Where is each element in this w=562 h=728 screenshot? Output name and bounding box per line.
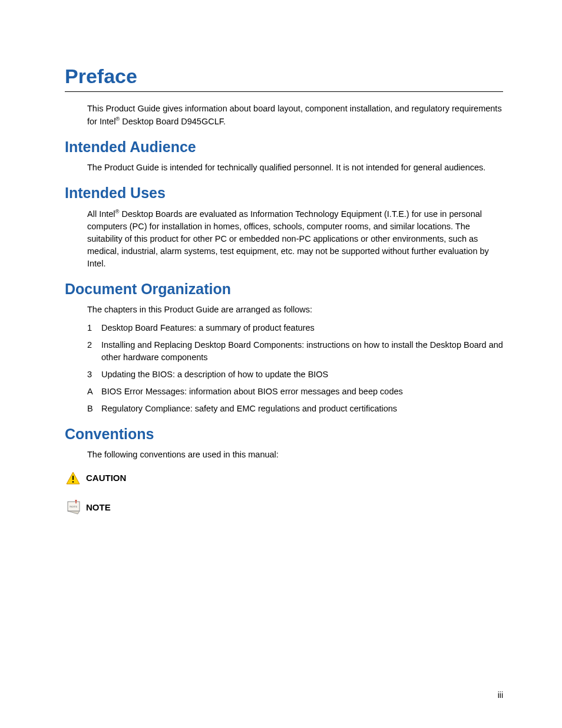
convention-caution: CAUTION bbox=[66, 472, 503, 485]
list-text: Updating the BIOS: a description of how … bbox=[101, 368, 503, 381]
list-text: BIOS Error Messages: information about B… bbox=[101, 386, 503, 398]
convention-note: NOTE NOTE bbox=[66, 500, 503, 515]
list-item: 3 Updating the BIOS: a description of ho… bbox=[87, 368, 503, 381]
section-heading-audience: Intended Audience bbox=[65, 139, 503, 156]
intro-paragraph: This Product Guide gives information abo… bbox=[87, 103, 503, 128]
list-text: Regulatory Compliance: safety and EMC re… bbox=[101, 403, 503, 415]
uses-body: All Intel® Desktop Boards are evaluated … bbox=[87, 207, 503, 270]
audience-body: The Product Guide is intended for techni… bbox=[87, 162, 503, 174]
conventions-intro: The following conventions are used in th… bbox=[87, 449, 503, 461]
chapter-list: 1 Desktop Board Features: a summary of p… bbox=[87, 322, 503, 415]
list-item: A BIOS Error Messages: information about… bbox=[87, 386, 503, 398]
document-page: Preface This Product Guide gives informa… bbox=[0, 0, 562, 515]
section-heading-conventions: Conventions bbox=[65, 426, 503, 443]
page-title: Preface bbox=[65, 65, 503, 92]
caution-label: CAUTION bbox=[86, 473, 126, 483]
list-item: 2 Installing and Replacing Desktop Board… bbox=[87, 339, 503, 364]
list-marker: B bbox=[87, 403, 101, 415]
svg-point-7 bbox=[75, 500, 77, 501]
caution-icon bbox=[66, 472, 86, 485]
list-marker: 1 bbox=[87, 322, 101, 334]
list-marker: A bbox=[87, 386, 101, 398]
svg-point-2 bbox=[72, 481, 74, 483]
organization-intro: The chapters in this Product Guide are a… bbox=[87, 304, 503, 316]
list-marker: 3 bbox=[87, 368, 101, 381]
note-icon: NOTE bbox=[66, 500, 86, 515]
note-label: NOTE bbox=[86, 502, 111, 512]
list-text: Desktop Board Features: a summary of pro… bbox=[101, 322, 503, 334]
section-heading-uses: Intended Uses bbox=[65, 185, 503, 202]
svg-text:NOTE: NOTE bbox=[70, 505, 77, 508]
list-text: Installing and Replacing Desktop Board C… bbox=[101, 339, 503, 364]
svg-marker-4 bbox=[68, 511, 80, 514]
list-item: B Regulatory Compliance: safety and EMC … bbox=[87, 403, 503, 415]
page-number: iii bbox=[498, 690, 503, 700]
list-item: 1 Desktop Board Features: a summary of p… bbox=[87, 322, 503, 334]
section-heading-organization: Document Organization bbox=[65, 281, 503, 298]
list-marker: 2 bbox=[87, 339, 101, 364]
